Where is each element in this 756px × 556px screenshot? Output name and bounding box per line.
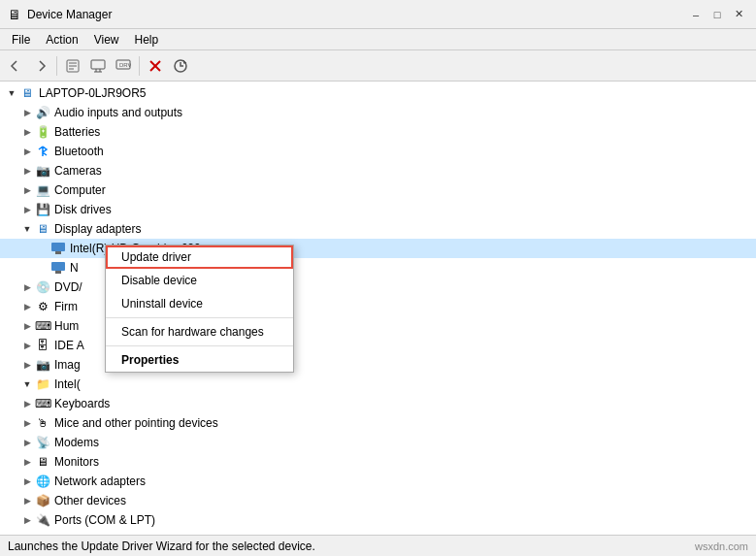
ide-label: IDE A (54, 339, 84, 352)
modems-expand: ▶ (19, 435, 35, 450)
network-icon: 🌐 (35, 474, 50, 489)
tree-computer[interactable]: ▶ 💻 Computer (0, 180, 756, 200)
tree-other[interactable]: ▶ 📦 Other devices (0, 491, 756, 510)
tree-intel[interactable]: ▼ 📁 Intel( (0, 375, 756, 394)
modems-label: Modems (54, 436, 99, 449)
print-label: Print queues (54, 533, 119, 535)
monitors-label: Monitors (54, 455, 99, 469)
ctx-properties[interactable]: Properties (106, 348, 293, 372)
intel-icon: 📁 (35, 376, 50, 392)
display-expand: ▼ (19, 221, 35, 237)
status-text: Launches the Update Driver Wizard for th… (8, 540, 315, 553)
svg-rect-13 (51, 243, 65, 251)
tree-modems[interactable]: ▶ 📡 Modems (0, 433, 756, 452)
nvidia-icon (50, 260, 66, 276)
imaging-expand: ▶ (19, 357, 35, 373)
root-expand-arrow: ▼ (4, 85, 19, 101)
ctx-uninstall-device[interactable]: Uninstall device (106, 292, 293, 315)
tree-bluetooth[interactable]: ▶ Bluetooth (0, 142, 756, 161)
forward-button[interactable] (29, 54, 52, 78)
cameras-expand: ▶ (19, 163, 35, 179)
display-label: Display adapters (54, 222, 141, 236)
display-icon: 🖥 (35, 221, 50, 237)
menu-view[interactable]: View (86, 31, 127, 49)
maximize-button[interactable]: □ (707, 5, 727, 24)
bluetooth-label: Bluetooth (54, 145, 104, 158)
intel-label: Intel( (54, 377, 81, 391)
firmware-label: Firm (54, 300, 78, 313)
title-left: 🖥 Device Manager (8, 7, 112, 22)
ide-icon: 🗄 (35, 338, 50, 353)
cameras-label: Cameras (54, 164, 102, 178)
svg-text:DRV: DRV (119, 62, 131, 68)
close-button[interactable]: ✕ (729, 5, 748, 24)
hid-icon: ⌨ (35, 318, 50, 334)
tree-cameras[interactable]: ▶ 📷 Cameras (0, 161, 756, 180)
mice-label: Mice and other pointing devices (54, 416, 218, 430)
tree-ports[interactable]: ▶ 🔌 Ports (COM & LPT) (0, 510, 756, 530)
computer-icon: 🖥 (19, 85, 35, 101)
tree-mice[interactable]: ▶ 🖱 Mice and other pointing devices (0, 413, 756, 433)
ide-expand: ▶ (19, 338, 35, 353)
intel-graphics-expand (35, 241, 50, 256)
tree-diskdrives[interactable]: ▶ 💾 Disk drives (0, 200, 756, 219)
print-icon: 🖨 (35, 532, 50, 535)
audio-icon: 🔊 (35, 105, 50, 120)
disk-expand: ▶ (19, 202, 35, 217)
tree-print[interactable]: ▶ 🖨 Print queues (0, 530, 756, 535)
ctx-scan-hardware[interactable]: Scan for hardware changes (106, 320, 293, 343)
hid-expand: ▶ (19, 318, 35, 334)
menu-action[interactable]: Action (38, 31, 85, 49)
keyboards-expand: ▶ (19, 396, 35, 411)
mice-expand: ▶ (19, 415, 35, 431)
ctx-update-driver[interactable]: Update driver (106, 245, 293, 269)
network-label: Network adapters (54, 474, 146, 488)
scan-hardware-button[interactable] (169, 54, 192, 78)
modems-icon: 📡 (35, 435, 50, 450)
tree-display[interactable]: ▼ 🖥 Display adapters (0, 219, 756, 239)
back-button[interactable] (4, 54, 27, 78)
minimize-button[interactable]: – (686, 5, 706, 24)
toolbar: DRV (0, 50, 756, 82)
dvd-icon: 💿 (35, 279, 50, 295)
tree-audio[interactable]: ▶ 🔊 Audio inputs and outputs (0, 103, 756, 122)
view-devices-button[interactable] (86, 54, 110, 78)
title-text: Device Manager (27, 8, 112, 21)
ctx-separator (106, 317, 293, 318)
title-controls: – □ ✕ (686, 5, 748, 24)
menu-help[interactable]: Help (127, 31, 167, 49)
batteries-label: Batteries (54, 125, 100, 139)
menu-file[interactable]: File (4, 31, 38, 49)
app-icon: 🖥 (8, 7, 21, 22)
uninstall-button[interactable] (144, 54, 167, 78)
properties-button[interactable] (61, 54, 84, 78)
svg-rect-14 (55, 251, 61, 254)
diskdrives-label: Disk drives (54, 203, 112, 216)
ports-icon: 🔌 (35, 512, 50, 528)
other-icon: 📦 (35, 493, 50, 508)
svg-rect-4 (91, 60, 105, 69)
tree-monitors[interactable]: ▶ 🖥 Monitors (0, 452, 756, 472)
monitors-icon: 🖥 (35, 454, 50, 470)
status-bar: Launches the Update Driver Wizard for th… (0, 535, 756, 556)
ctx-disable-device[interactable]: Disable device (106, 269, 293, 292)
svg-rect-16 (55, 271, 61, 274)
ports-label: Ports (COM & LPT) (54, 513, 155, 527)
audio-expand: ▶ (19, 105, 35, 120)
tree-keyboards[interactable]: ▶ ⌨ Keyboards (0, 394, 756, 413)
bluetooth-expand: ▶ (19, 144, 35, 159)
status-brand: wsxdn.com (695, 540, 748, 552)
keyboards-icon: ⌨ (35, 396, 50, 411)
computer-label: Computer (54, 183, 106, 197)
root-label: LAPTOP-0LJR9OR5 (39, 86, 147, 100)
firmware-icon: ⚙ (35, 299, 50, 314)
title-bar: 🖥 Device Manager – □ ✕ (0, 0, 756, 29)
tree-root[interactable]: ▼ 🖥 LAPTOP-0LJR9OR5 (0, 83, 756, 103)
update-driver-button[interactable]: DRV (112, 54, 135, 78)
other-expand: ▶ (19, 493, 35, 508)
tree-network[interactable]: ▶ 🌐 Network adapters (0, 472, 756, 491)
main-area: ▼ 🖥 LAPTOP-0LJR9OR5 ▶ 🔊 Audio inputs and… (0, 82, 756, 535)
toolbar-sep-1 (56, 56, 57, 76)
tree-batteries[interactable]: ▶ 🔋 Batteries (0, 122, 756, 142)
disk-icon: 💾 (35, 202, 50, 217)
